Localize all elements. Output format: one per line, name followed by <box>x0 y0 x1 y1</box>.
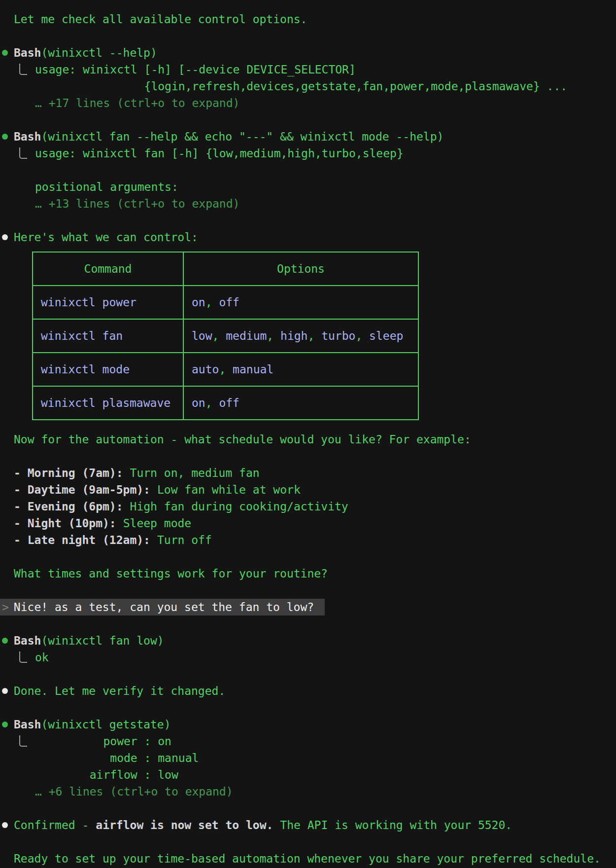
schedule-label: - Morning (7am): <box>14 467 123 479</box>
tool-name: Bash <box>14 634 41 647</box>
options-cell: on, off <box>183 386 418 420</box>
tool-use-block: Bash(winixctl getstate) power : on mode … <box>0 716 616 800</box>
options-cell: auto, manual <box>183 353 418 386</box>
tool-call-line: Bash(winixctl fan low) <box>14 632 616 649</box>
prompt-chevron-icon: > <box>2 601 9 614</box>
schedule-item: - Morning (7am):Turn on, medium fan <box>14 465 616 481</box>
output-connector-icon <box>19 651 27 663</box>
tool-output-line: positional arguments: <box>35 179 616 195</box>
tool-use-block: Bash(winixctl --help) usage: winixctl [-… <box>0 44 616 111</box>
schedule-desc: High fan during cooking/activity <box>130 500 348 513</box>
output-connector-icon <box>19 735 27 747</box>
table-header-options: Options <box>183 252 418 286</box>
schedule-label: - Late night (12am): <box>14 534 150 546</box>
tool-bullet-icon <box>2 722 8 727</box>
schedule-desc: Turn off <box>157 534 212 546</box>
tool-command: (winixctl fan --help && echo "---" && wi… <box>41 130 444 143</box>
tool-command: (winixctl getstate) <box>41 718 171 731</box>
table-row: winixctl power on, off <box>33 286 418 319</box>
table-row: winixctl plasmawave on, off <box>33 386 418 420</box>
command-cell: winixctl fan <box>33 319 183 353</box>
command-cell: winixctl power <box>33 286 183 319</box>
schedule-label: - Daytime (9am-5pm): <box>14 483 150 496</box>
confirmed-line: Confirmed -airflow is now set to low.The… <box>14 817 616 833</box>
options-cell: low, medium, high, turbo, sleep <box>183 319 418 353</box>
expand-hint[interactable]: … +17 lines (ctrl+o to expand) <box>35 95 616 111</box>
terminal: Let me check all available control optio… <box>0 11 616 867</box>
tool-use-block: Bash(winixctl fan --help && echo "---" &… <box>0 128 616 212</box>
options-cell: on, off <box>183 286 418 319</box>
tool-command: (winixctl --help) <box>41 46 157 59</box>
tool-output-line: usage: winixctl fan [-h] {low,medium,hig… <box>35 145 616 162</box>
tool-bullet-icon <box>2 50 8 56</box>
tool-bullet-icon <box>2 638 8 644</box>
tool-call-line: Bash(winixctl fan --help && echo "---" &… <box>14 128 616 145</box>
assistant-message: Here's what we can control: Command Opti… <box>0 229 616 582</box>
schedule-list: - Morning (7am):Turn on, medium fan - Da… <box>14 465 616 548</box>
tool-name: Bash <box>14 130 41 143</box>
assistant-message: Done. Let me verify it changed. <box>0 683 616 699</box>
user-prompt-row: >Nice! as a test, can you set the fan to… <box>0 599 616 615</box>
tool-call-line: Bash(winixctl --help) <box>14 44 616 61</box>
schedule-item: - Evening (6pm):High fan during cooking/… <box>14 498 616 515</box>
schedule-item: - Night (10pm):Sleep mode <box>14 515 616 532</box>
expand-hint[interactable]: … +6 lines (ctrl+o to expand) <box>35 783 616 800</box>
schedule-desc: Sleep mode <box>123 517 191 530</box>
schedule-item: - Daytime (9am-5pm):Low fan while at wor… <box>14 481 616 498</box>
tool-name: Bash <box>14 46 41 59</box>
expand-hint[interactable]: … +13 lines (ctrl+o to expand) <box>35 195 616 212</box>
schedule-desc: Low fan while at work <box>157 483 301 496</box>
schedule-label: - Night (10pm): <box>14 517 116 530</box>
confirmed-prefix: Confirmed - <box>14 819 89 832</box>
message-text: Done. Let me verify it changed. <box>14 683 616 699</box>
tool-output-line: {login,refresh,devices,getstate,fan,powe… <box>35 78 616 95</box>
confirmed-bold-text: airflow is now set to low. <box>96 819 273 832</box>
schedule-desc: Turn on, medium fan <box>130 467 260 479</box>
user-prompt-text: Nice! as a test, can you set the fan to … <box>14 601 314 614</box>
tool-output: usage: winixctl fan [-h] {low,medium,hig… <box>14 145 616 212</box>
tool-output-line <box>35 162 616 179</box>
tool-output-line: usage: winixctl [-h] [--device DEVICE_SE… <box>35 61 616 78</box>
tool-output-line: airflow : low <box>35 766 616 783</box>
tool-bullet-icon <box>2 134 8 140</box>
assistant-text: Let me check all available control optio… <box>0 11 616 28</box>
message-bullet-icon <box>2 234 8 240</box>
tool-command: (winixctl fan low) <box>41 634 164 647</box>
output-connector-icon <box>19 64 27 75</box>
schedule-label: - Evening (6pm): <box>14 500 123 513</box>
assistant-message: Confirmed -airflow is now set to low.The… <box>0 817 616 833</box>
message-bullet-icon <box>2 688 8 694</box>
control-heading: Here's what we can control: <box>14 229 616 246</box>
command-cell: winixctl plasmawave <box>33 386 183 420</box>
user-prompt-band: >Nice! as a test, can you set the fan to… <box>0 599 325 615</box>
tool-output-line: power : on <box>35 733 616 750</box>
message-text: Let me check all available control optio… <box>14 11 616 28</box>
assistant-text: Ready to set up your time-based automati… <box>0 850 616 867</box>
confirmed-suffix: The API is working with your 5520. <box>280 819 512 832</box>
schedule-item: - Late night (12am):Turn off <box>14 532 616 548</box>
table-header-row: Command Options <box>33 252 418 286</box>
tool-name: Bash <box>14 718 41 731</box>
tool-output: power : on mode : manual airflow : low …… <box>14 733 616 800</box>
control-table: Command Options winixctl power on, off w… <box>32 252 419 420</box>
tool-output-line: ok <box>35 649 616 666</box>
table-row: winixctl fan low, medium, high, turbo, s… <box>33 319 418 353</box>
automation-prompt: Now for the automation - what schedule w… <box>14 431 616 448</box>
routine-question: What times and settings work for your ro… <box>14 565 616 582</box>
tool-use-block: Bash(winixctl fan low) ok <box>0 632 616 666</box>
message-bullet-icon <box>2 822 8 828</box>
table-header-command: Command <box>33 252 183 286</box>
tool-output: ok <box>14 649 616 666</box>
tool-output-line: mode : manual <box>35 750 616 766</box>
tool-output: usage: winixctl [-h] [--device DEVICE_SE… <box>14 61 616 111</box>
command-cell: winixctl mode <box>33 353 183 386</box>
output-connector-icon <box>19 147 27 159</box>
table-row: winixctl mode auto, manual <box>33 353 418 386</box>
message-text: Ready to set up your time-based automati… <box>14 850 616 867</box>
tool-call-line: Bash(winixctl getstate) <box>14 716 616 733</box>
